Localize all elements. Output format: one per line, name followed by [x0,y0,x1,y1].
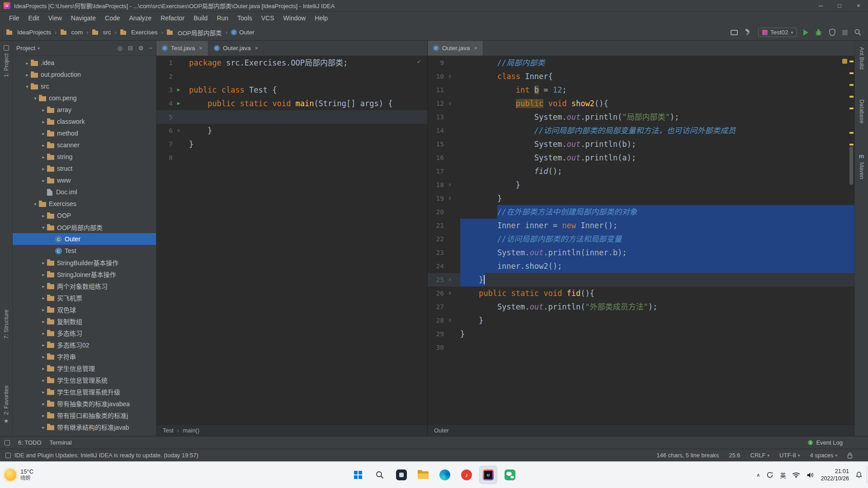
music-app-button[interactable]: ♪ [458,466,476,484]
tree-item-带有继承结构的标准javab[interactable]: ▸带有继承结构的标准javab [13,421,156,433]
tree-item-www[interactable]: ▸www [13,174,156,186]
tree-item-两个对象数组练习[interactable]: ▸两个对象数组练习 [13,280,156,292]
code-line[interactable]: 5 [156,110,427,124]
code-line[interactable]: 3▶public class Test { [156,83,427,97]
collapsed-arrow-icon[interactable]: ▸ [40,166,47,171]
menu-code[interactable]: Code [100,14,124,22]
code-line[interactable]: 11 int b = 12; [428,83,854,97]
menu-view[interactable]: View [44,14,66,22]
run-button[interactable] [803,29,808,36]
collapsed-arrow-icon[interactable]: ▸ [40,366,47,371]
run-icon[interactable]: ▶ [173,97,184,110]
code-line[interactable]: 21 Inner inner = new Inner(); [428,219,854,232]
tree-item-src[interactable]: ▾src [13,80,156,92]
tree-item-OOP局部内部类[interactable]: ▾OOP局部内部类 [13,221,156,233]
coverage-shield-icon[interactable] [829,28,836,36]
tab-Outer.java[interactable]: COuter.java× [208,41,264,56]
breadcrumb-item[interactable]: src [92,29,111,36]
tree-item-Doc.iml[interactable]: Doc.iml [13,186,156,198]
fold-close-icon[interactable]: ∧ [444,273,456,286]
tree-item-买飞机票[interactable]: ▸买飞机票 [13,292,156,304]
code-line[interactable]: 7} [156,137,427,151]
tab-close-icon[interactable]: × [255,45,258,52]
expanded-arrow-icon[interactable]: ▾ [32,202,39,206]
lock-icon[interactable] [847,452,853,459]
code-line[interactable]: 30 [428,341,854,354]
start-button[interactable] [349,466,367,484]
collapsed-arrow-icon[interactable]: ▸ [40,401,47,406]
tree-item-学生信息管理系统升级[interactable]: ▸学生信息管理系统升级 [13,386,156,398]
collapsed-arrow-icon[interactable]: ▸ [40,119,47,124]
status-message[interactable]: IDE and Plugin Updates: IntelliJ IDEA is… [14,452,198,459]
status-stat[interactable]: CRLF▾ [750,452,769,459]
sync-icon[interactable] [766,471,774,479]
debug-bug-icon[interactable] [815,28,822,36]
database-tool-button[interactable]: Database [855,99,868,124]
search-everywhere-icon[interactable] [854,28,862,36]
collapsed-arrow-icon[interactable]: ▸ [40,378,47,383]
collapsed-arrow-icon[interactable]: ▸ [40,143,47,148]
file-explorer-button[interactable] [414,466,432,484]
fold-close-icon[interactable]: ∧ [444,192,456,205]
status-stat[interactable]: 25:6 [729,452,740,459]
collapsed-arrow-icon[interactable]: ▸ [40,284,47,289]
tree-item-复制数组[interactable]: ▸复制数组 [13,315,156,327]
collapsed-arrow-icon[interactable]: ▸ [40,178,47,183]
code-area[interactable]: 9 //局部内部类10∨ class Inner{11 int b = 12;1… [428,56,854,424]
tree-item-多态练习[interactable]: ▸多态练习 [13,327,156,339]
collapsed-arrow-icon[interactable]: ▸ [40,155,47,160]
code-line[interactable]: 12∨ public void show2(){ [428,97,854,110]
editor-breadcrumb-item[interactable]: Test [163,427,174,434]
fold-open-icon[interactable]: ∨ [444,286,456,300]
wifi-icon[interactable] [792,472,800,478]
project-tool-button[interactable]: 1: Project [0,45,12,77]
code-line[interactable]: 9 //局部内部类 [428,56,854,70]
fold-close-icon[interactable]: ∧ [444,178,456,192]
code-line[interactable]: 25∧ } [428,273,854,286]
code-line[interactable]: 1package src.Exercises.OOP局部内部类; [156,56,427,70]
status-stat[interactable]: 4 spaces▾ [810,452,837,459]
ant-build-tool-button[interactable]: Ant Build [855,47,868,70]
locate-file-icon[interactable]: ◎ [118,45,123,52]
tool-window-button-6-todo[interactable]: 6: TODO [18,439,42,446]
collapsed-arrow-icon[interactable]: ▸ [40,296,47,300]
code-line[interactable]: 20 //在外部类方法中创建局部内部类的对象 [428,205,854,219]
wechat-button[interactable] [501,466,519,484]
tab-Outer.java[interactable]: COuter.java× [428,41,483,56]
menu-analyze[interactable]: Analyze [125,14,156,22]
tree-item-string[interactable]: ▸string [13,151,156,163]
tab-Test.java[interactable]: CTest.java× [156,41,208,56]
code-line[interactable]: 13 System.out.println("局部内部类"); [428,110,854,124]
hide-panel-icon[interactable]: − [149,45,152,52]
inspections-ok-icon[interactable]: ✓ [417,58,421,65]
tree-item-Exercises[interactable]: ▾Exercises [13,198,156,210]
editor-breadcrumb-item[interactable]: main() [183,427,199,434]
tree-item-.idea[interactable]: ▸.idea [13,57,156,69]
tool-window-button-terminal[interactable]: Terminal [50,439,72,446]
intellij-taskbar-button[interactable]: IJ [479,466,497,484]
editor-breadcrumb-item[interactable]: Outer [434,427,449,434]
tree-item-out.production[interactable]: ▸out.production [13,69,156,80]
collapsed-arrow-icon[interactable]: ▸ [40,413,47,418]
code-line[interactable]: 19∧ } [428,192,854,205]
collapsed-arrow-icon[interactable]: ▸ [40,307,47,312]
menu-tools[interactable]: Tools [233,14,257,22]
fold-close-icon[interactable]: ∧ [444,314,456,327]
tree-item-双色球[interactable]: ▸双色球 [13,304,156,315]
inspections-warning-icon[interactable] [842,59,847,64]
breadcrumb-item[interactable]: IdeaProjects [6,29,51,36]
close-button[interactable]: × [849,0,868,11]
task-view-button[interactable] [392,466,410,484]
expanded-arrow-icon[interactable]: ▾ [24,84,31,89]
menu-vcs[interactable]: VCS [257,14,279,22]
collapsed-arrow-icon[interactable]: ▸ [40,108,47,113]
code-line[interactable]: 2 [156,70,427,83]
collapsed-arrow-icon[interactable]: ▸ [40,131,47,136]
menu-window[interactable]: Window [279,14,311,22]
tree-item-StringBuilder基本操作[interactable]: ▸StringBuilder基本操作 [13,257,156,268]
status-stat[interactable]: UTF-8▾ [779,452,800,459]
collapsed-arrow-icon[interactable]: ▸ [40,354,47,359]
build-hammer-icon[interactable] [744,28,752,36]
tree-item-带有接口和抽象类的标准j[interactable]: ▸带有接口和抽象类的标准j [13,409,156,421]
volume-icon[interactable] [807,472,814,479]
